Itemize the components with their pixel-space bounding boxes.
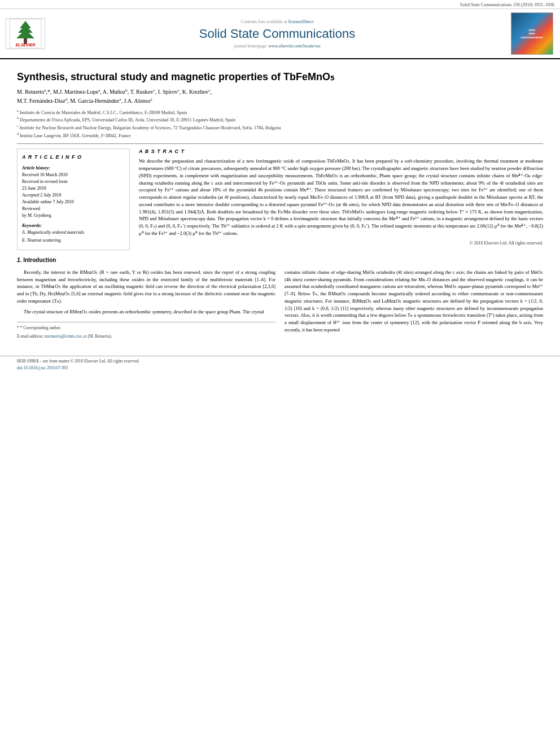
authors-line: M. Retuertoa,*, M.J. Martínez-Lopea, A. …: [17, 88, 543, 105]
history-label: Article history:: [22, 165, 125, 172]
keyword-1: A. Magnetically ordered materials: [22, 229, 125, 236]
abstract-text: We describe the preparation and characte…: [139, 158, 543, 237]
footnote-corresponding-text: * Corresponding author.: [20, 325, 62, 330]
intro-para-1: Recently, the interest in the RMn₂O₅ (R …: [17, 269, 275, 305]
footnote-email-label: E-mail address:: [17, 334, 43, 339]
doi-link[interactable]: doi:10.1016/j.ssc.2010.07.001: [17, 365, 68, 370]
footnote-email-address[interactable]: mretuerto@icmm.csic.es: [45, 334, 87, 339]
revised-label: Received in revised form: [22, 178, 125, 185]
reviewer-name: by M. Grynberg: [22, 212, 125, 219]
journal-cover: solid state communications: [509, 12, 554, 55]
header-divider: [17, 143, 543, 144]
article-info-box: A R T I C L E I N F O Article history: R…: [17, 148, 130, 250]
abstract-content: We describe the preparation and characte…: [139, 158, 543, 236]
sciencedirect-link: Contents lists available at ScienceDirec…: [241, 19, 314, 24]
journal-title-area: Contents lists available at ScienceDirec…: [51, 12, 504, 55]
affiliation-d: d Institut Laue Langevin, BP 156X, Greno…: [17, 132, 543, 139]
journal-header: ELSEVIER Contents lists available at Sci…: [0, 9, 560, 59]
reviewer-label: Reviewed: [22, 206, 125, 212]
footnote-area: * * Corresponding author. E-mail address…: [17, 322, 275, 339]
footnote-person: (M. Retuerto).: [88, 334, 112, 339]
affiliation-a: a Instituto de Ciencia de Materiales de …: [17, 108, 543, 116]
article-info-title: A R T I C L E I N F O: [22, 154, 125, 161]
paper-title: Synthesis, structural study and magnetic…: [17, 71, 543, 83]
footnote-corresponding: * * Corresponding author.: [17, 325, 275, 331]
online-date: Available online 7 July 2010: [22, 199, 125, 206]
journal-homepage: journal homepage: www.elsevier.com/locat…: [234, 43, 321, 49]
affiliation-c: c Institute for Nuclear Research and Nuc…: [17, 124, 543, 132]
body-columns: Recently, the interest in the RMn₂O₅ (R …: [17, 269, 543, 341]
affiliation-b: b Departamento de Física Aplicada, EPS, …: [17, 116, 543, 124]
svg-text:ELSEVIER: ELSEVIER: [16, 43, 36, 47]
article-info-col: A R T I C L E I N F O Article history: R…: [17, 148, 130, 250]
footer-doi: doi:10.1016/j.ssc.2010.07.001: [17, 365, 543, 370]
journal-title: Solid State Communications: [199, 27, 355, 41]
received-date: Received 16 March 2010: [22, 172, 125, 178]
abstract-title: A B S T R A C T: [139, 148, 543, 154]
journal-citation: Solid State Communications 150 (2010) 18…: [460, 2, 554, 7]
elsevier-logo-container: ELSEVIER: [6, 12, 45, 55]
journal-citation-bar: Solid State Communications 150 (2010) 18…: [0, 0, 560, 9]
affiliations: a Instituto de Ciencia de Materiales de …: [17, 108, 543, 139]
keywords-label: Keywords:: [22, 222, 125, 229]
authors-text: M. Retuertoa,*, M.J. Martínez-Lopea, A. …: [17, 89, 212, 103]
elsevier-logo: ELSEVIER: [6, 18, 45, 49]
intro-col2-para1: contains infinite chains of edge-sharing…: [285, 269, 543, 334]
keyword-2: E. Neutron scattering: [22, 237, 125, 244]
article-history: Article history: Received 16 March 2010 …: [22, 165, 125, 219]
body-col-1: Recently, the interest in the RMn₂O₅ (R …: [17, 269, 275, 341]
copyright-line: © 2010 Elsevier Ltd. All rights reserved…: [139, 241, 543, 246]
footer: 0038-1098/$ – see front matter © 2010 El…: [0, 356, 560, 374]
section-heading: 1. Introduction: [17, 257, 543, 263]
section-title-text: Introduction: [23, 257, 56, 263]
accepted-date: Accepted 2 July 2010: [22, 192, 125, 199]
section-number: 1.: [17, 257, 21, 263]
info-abstract-section: A R T I C L E I N F O Article history: R…: [17, 148, 543, 250]
footnote-email: E-mail address: mretuerto@icmm.csic.es (…: [17, 333, 275, 339]
keywords-section: Keywords: A. Magnetically ordered materi…: [22, 222, 125, 244]
cover-text: solid state communications: [520, 28, 543, 40]
journal-cover-image: solid state communications: [511, 12, 553, 55]
homepage-url[interactable]: www.elsevier.com/locate/ssc: [269, 43, 321, 49]
revised-date: 23 June 2010: [22, 185, 125, 192]
footer-issn: 0038-1098/$ – see front matter © 2010 El…: [17, 359, 543, 364]
sciencedirect-anchor[interactable]: ScienceDirect: [288, 19, 314, 24]
introduction-section: 1. Introduction Recently, the interest i…: [17, 257, 543, 341]
main-content: Synthesis, structural study and magnetic…: [0, 59, 560, 347]
body-col-2: contains infinite chains of edge-sharing…: [285, 269, 543, 341]
intro-para-2: The crystal structure of RMn₂O₅ oxides p…: [17, 308, 275, 316]
abstract-col: A B S T R A C T We describe the preparat…: [139, 148, 543, 250]
